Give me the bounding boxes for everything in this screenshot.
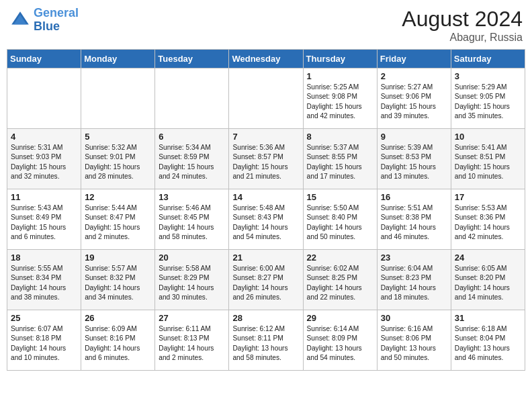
day-number: 12 <box>85 192 151 202</box>
day-number: 15 <box>307 192 373 202</box>
day-number: 5 <box>85 132 151 142</box>
cell-sun-info: Sunrise: 5:53 AMSunset: 8:36 PMDaylight:… <box>455 203 521 242</box>
weekday-header-sunday: Sunday <box>7 50 81 68</box>
cell-sun-info: Sunrise: 6:09 AMSunset: 8:16 PMDaylight:… <box>85 324 151 363</box>
cell-sun-info: Sunrise: 6:14 AMSunset: 8:09 PMDaylight:… <box>307 324 373 363</box>
calendar-cell: 26Sunrise: 6:09 AMSunset: 8:16 PMDayligh… <box>81 310 155 371</box>
cell-sun-info: Sunrise: 5:27 AMSunset: 9:06 PMDaylight:… <box>381 83 447 121</box>
day-number: 1 <box>307 71 373 81</box>
weekday-header-saturday: Saturday <box>451 50 525 68</box>
calendar-cell: 3Sunrise: 5:29 AMSunset: 9:05 PMDaylight… <box>451 68 525 129</box>
calendar-cell <box>155 68 229 129</box>
day-number: 18 <box>11 253 77 263</box>
calendar-cell: 6Sunrise: 5:34 AMSunset: 8:59 PMDaylight… <box>155 129 229 189</box>
sub-title: Abagur, Russia <box>402 32 523 44</box>
day-number: 4 <box>11 132 77 142</box>
day-number: 28 <box>232 313 299 323</box>
cell-sun-info: Sunrise: 5:44 AMSunset: 8:47 PMDaylight:… <box>85 203 151 242</box>
weekday-header-tuesday: Tuesday <box>155 50 229 68</box>
cell-sun-info: Sunrise: 6:00 AMSunset: 8:27 PMDaylight:… <box>232 264 299 302</box>
weekday-header-thursday: Thursday <box>303 50 377 68</box>
calendar-cell: 18Sunrise: 5:55 AMSunset: 8:34 PMDayligh… <box>7 250 81 310</box>
calendar-cell: 19Sunrise: 5:57 AMSunset: 8:32 PMDayligh… <box>81 250 155 310</box>
calendar-cell: 21Sunrise: 6:00 AMSunset: 8:27 PMDayligh… <box>229 250 303 310</box>
cell-sun-info: Sunrise: 5:37 AMSunset: 8:55 PMDaylight:… <box>307 143 373 181</box>
cell-sun-info: Sunrise: 5:48 AMSunset: 8:43 PMDaylight:… <box>232 203 299 242</box>
calendar-cell: 11Sunrise: 5:43 AMSunset: 8:49 PMDayligh… <box>7 189 81 250</box>
day-number: 10 <box>455 132 521 142</box>
day-number: 30 <box>381 313 447 323</box>
day-number: 20 <box>159 253 225 263</box>
calendar-cell: 12Sunrise: 5:44 AMSunset: 8:47 PMDayligh… <box>81 189 155 250</box>
cell-sun-info: Sunrise: 6:11 AMSunset: 8:13 PMDaylight:… <box>159 324 225 363</box>
calendar-cell <box>81 68 155 129</box>
calendar-cell <box>7 68 81 129</box>
day-number: 21 <box>232 253 299 263</box>
logo-text: GeneralBlue <box>34 7 79 34</box>
day-number: 9 <box>381 132 447 142</box>
day-number: 11 <box>11 192 77 202</box>
day-number: 14 <box>232 192 299 202</box>
cell-sun-info: Sunrise: 6:12 AMSunset: 8:11 PMDaylight:… <box>232 324 299 363</box>
cell-sun-info: Sunrise: 6:02 AMSunset: 8:25 PMDaylight:… <box>307 264 373 302</box>
calendar-cell: 2Sunrise: 5:27 AMSunset: 9:06 PMDaylight… <box>377 68 451 129</box>
calendar-cell: 23Sunrise: 6:04 AMSunset: 8:23 PMDayligh… <box>377 250 451 310</box>
calendar-cell: 5Sunrise: 5:32 AMSunset: 9:01 PMDaylight… <box>81 129 155 189</box>
day-number: 16 <box>381 192 447 202</box>
day-number: 27 <box>159 313 225 323</box>
cell-sun-info: Sunrise: 5:43 AMSunset: 8:49 PMDaylight:… <box>11 203 77 242</box>
calendar-cell: 25Sunrise: 6:07 AMSunset: 8:18 PMDayligh… <box>7 310 81 371</box>
calendar-cell: 30Sunrise: 6:16 AMSunset: 8:06 PMDayligh… <box>377 310 451 371</box>
title-block: August 2024 Abagur, Russia <box>402 7 523 44</box>
day-number: 31 <box>455 313 521 323</box>
calendar-cell: 15Sunrise: 5:50 AMSunset: 8:40 PMDayligh… <box>303 189 377 250</box>
week-row-1: 1Sunrise: 5:25 AMSunset: 9:08 PMDaylight… <box>7 68 525 129</box>
cell-sun-info: Sunrise: 5:51 AMSunset: 8:38 PMDaylight:… <box>381 203 447 242</box>
calendar-cell: 27Sunrise: 6:11 AMSunset: 8:13 PMDayligh… <box>155 310 229 371</box>
calendar-cell: 9Sunrise: 5:39 AMSunset: 8:53 PMDaylight… <box>377 129 451 189</box>
day-number: 17 <box>455 192 521 202</box>
cell-sun-info: Sunrise: 5:34 AMSunset: 8:59 PMDaylight:… <box>159 143 225 181</box>
calendar-cell: 14Sunrise: 5:48 AMSunset: 8:43 PMDayligh… <box>229 189 303 250</box>
calendar-table: SundayMondayTuesdayWednesdayThursdayFrid… <box>7 49 525 371</box>
calendar-cell: 4Sunrise: 5:31 AMSunset: 9:03 PMDaylight… <box>7 129 81 189</box>
weekday-header-row: SundayMondayTuesdayWednesdayThursdayFrid… <box>7 50 525 68</box>
weekday-header-friday: Friday <box>377 50 451 68</box>
cell-sun-info: Sunrise: 5:50 AMSunset: 8:40 PMDaylight:… <box>307 203 373 242</box>
cell-sun-info: Sunrise: 6:04 AMSunset: 8:23 PMDaylight:… <box>381 264 447 302</box>
cell-sun-info: Sunrise: 5:31 AMSunset: 9:03 PMDaylight:… <box>11 143 77 181</box>
week-row-4: 18Sunrise: 5:55 AMSunset: 8:34 PMDayligh… <box>7 250 525 310</box>
main-title: August 2024 <box>402 7 523 32</box>
cell-sun-info: Sunrise: 5:36 AMSunset: 8:57 PMDaylight:… <box>232 143 299 181</box>
day-number: 19 <box>85 253 151 263</box>
calendar-cell: 8Sunrise: 5:37 AMSunset: 8:55 PMDaylight… <box>303 129 377 189</box>
cell-sun-info: Sunrise: 5:39 AMSunset: 8:53 PMDaylight:… <box>381 143 447 181</box>
day-number: 7 <box>232 132 299 142</box>
day-number: 25 <box>11 313 77 323</box>
calendar-cell: 29Sunrise: 6:14 AMSunset: 8:09 PMDayligh… <box>303 310 377 371</box>
day-number: 6 <box>159 132 225 142</box>
cell-sun-info: Sunrise: 5:57 AMSunset: 8:32 PMDaylight:… <box>85 264 151 302</box>
week-row-3: 11Sunrise: 5:43 AMSunset: 8:49 PMDayligh… <box>7 189 525 250</box>
calendar-cell: 20Sunrise: 5:58 AMSunset: 8:29 PMDayligh… <box>155 250 229 310</box>
cell-sun-info: Sunrise: 6:18 AMSunset: 8:04 PMDaylight:… <box>455 324 521 363</box>
calendar-cell: 17Sunrise: 5:53 AMSunset: 8:36 PMDayligh… <box>451 189 525 250</box>
day-number: 23 <box>381 253 447 263</box>
cell-sun-info: Sunrise: 5:25 AMSunset: 9:08 PMDaylight:… <box>307 83 373 121</box>
cell-sun-info: Sunrise: 5:58 AMSunset: 8:29 PMDaylight:… <box>159 264 225 302</box>
day-number: 22 <box>307 253 373 263</box>
day-number: 29 <box>307 313 373 323</box>
calendar-cell: 16Sunrise: 5:51 AMSunset: 8:38 PMDayligh… <box>377 189 451 250</box>
day-number: 8 <box>307 132 373 142</box>
calendar-cell: 7Sunrise: 5:36 AMSunset: 8:57 PMDaylight… <box>229 129 303 189</box>
cell-sun-info: Sunrise: 6:16 AMSunset: 8:06 PMDaylight:… <box>381 324 447 363</box>
day-number: 24 <box>455 253 521 263</box>
calendar-cell: 24Sunrise: 6:05 AMSunset: 8:20 PMDayligh… <box>451 250 525 310</box>
calendar-cell: 1Sunrise: 5:25 AMSunset: 9:08 PMDaylight… <box>303 68 377 129</box>
week-row-2: 4Sunrise: 5:31 AMSunset: 9:03 PMDaylight… <box>7 129 525 189</box>
calendar-cell: 22Sunrise: 6:02 AMSunset: 8:25 PMDayligh… <box>303 250 377 310</box>
weekday-header-monday: Monday <box>81 50 155 68</box>
logo: GeneralBlue <box>9 7 79 34</box>
day-number: 13 <box>159 192 225 202</box>
cell-sun-info: Sunrise: 5:46 AMSunset: 8:45 PMDaylight:… <box>159 203 225 242</box>
